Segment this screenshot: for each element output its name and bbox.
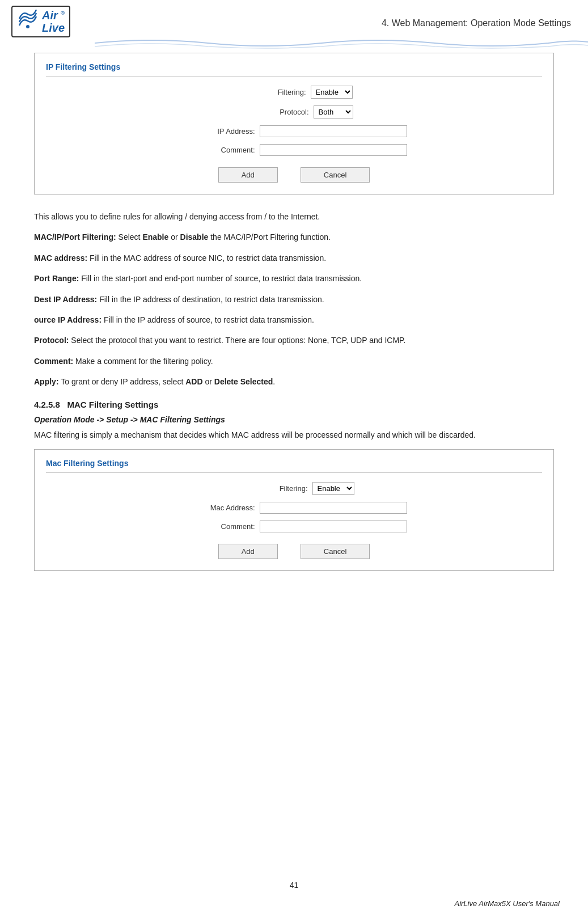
port-range-text: Fill in the start-port and end-port numb… <box>79 274 362 283</box>
ip-filtering-settings-box: IP Filtering Settings Filtering: Enable … <box>34 53 554 194</box>
ip-comment-input[interactable] <box>260 144 407 156</box>
ip-address-input[interactable] <box>260 125 407 137</box>
dest-ip-text: Fill in the IP address of destination, t… <box>97 295 324 304</box>
mac-ip-text: Select <box>116 232 143 242</box>
filtering-row: Filtering: Enable Disable <box>46 86 542 99</box>
mac-filtering-title: Mac Filtering Settings <box>46 459 542 473</box>
ip-cancel-button[interactable]: Cancel <box>301 167 370 183</box>
mac-ip-or: or <box>168 232 180 242</box>
mac-filtering-row: Filtering: Enable Disable <box>46 482 542 495</box>
logo-registered: ® <box>61 10 65 16</box>
ource-ip-label: ource IP Address: <box>34 315 101 324</box>
apply-paragraph: Apply: To grant or deny IP address, sele… <box>34 375 554 388</box>
logo-text: Air ® Live <box>42 9 65 34</box>
mac-address-label: MAC address: <box>34 253 87 263</box>
operation-mode-path: Operation Mode -> Setup -> MAC Filtering… <box>34 415 554 424</box>
mac-ip-enable: Enable <box>142 232 168 242</box>
filtering-select[interactable]: Enable Disable <box>311 86 353 99</box>
mac-comment-label: Comment: <box>181 522 255 531</box>
comment-desc-label: Comment: <box>34 357 73 366</box>
ip-add-button[interactable]: Add <box>218 167 278 183</box>
mac-comment-input[interactable] <box>260 521 407 532</box>
logo-area: Air ® Live <box>11 6 102 37</box>
mac-filtering-select[interactable]: Enable Disable <box>312 482 354 495</box>
protocol-label: Protocol: <box>235 108 309 116</box>
ource-ip-text: Fill in the IP address of source, to res… <box>101 315 314 324</box>
apply-or: or <box>203 377 214 386</box>
svg-point-0 <box>26 25 29 28</box>
mac-filtering-form: Filtering: Enable Disable Mac Address: C… <box>46 482 542 559</box>
apply-delete: Delete Selected <box>214 377 273 386</box>
apply-end: . <box>273 377 275 386</box>
ip-filtering-form: Filtering: Enable Disable Protocol: Both… <box>46 86 542 183</box>
intro-paragraph: This allows you to define rules for allo… <box>34 210 554 223</box>
ip-filtering-title: IP Filtering Settings <box>46 62 542 77</box>
intro-text: This allows you to define rules for allo… <box>34 212 320 221</box>
comment-desc-text: Make a comment for the filtering policy. <box>73 357 213 366</box>
mac-address-input-label: Mac Address: <box>181 504 255 512</box>
section-number: 4.2.5.8 <box>34 400 60 409</box>
mac-filtering-description: MAC filtering is simply a mechanism that… <box>34 429 554 441</box>
mac-address-paragraph: MAC address: Fill in the MAC address of … <box>34 252 554 264</box>
comment-desc-paragraph: Comment: Make a comment for the filterin… <box>34 355 554 367</box>
mac-ip-paragraph: MAC/IP/Port Filtering: Select Enable or … <box>34 231 554 243</box>
protocol-desc-label: Protocol: <box>34 336 69 345</box>
protocol-desc-text: Select the protocol that you want to res… <box>69 336 405 345</box>
protocol-desc-paragraph: Protocol: Select the protocol that you w… <box>34 334 554 346</box>
footer-page-number: 41 <box>290 881 299 890</box>
port-range-label: Port Range: <box>34 274 79 283</box>
ource-ip-paragraph: ource IP Address: Fill in the IP address… <box>34 314 554 326</box>
footer-brand: AirLive AirMax5X User's Manual <box>454 899 560 908</box>
filtering-label: Filtering: <box>232 88 306 96</box>
ip-filtering-buttons: Add Cancel <box>218 167 370 183</box>
page-header: Air ® Live 4. Web Management: Operation … <box>0 0 588 37</box>
header-wave-decoration <box>0 37 588 50</box>
port-range-paragraph: Port Range: Fill in the start-port and e… <box>34 272 554 285</box>
mac-cancel-button[interactable]: Cancel <box>301 544 370 559</box>
ip-address-row: IP Address: <box>46 125 542 137</box>
mac-ip-label: MAC/IP/Port Filtering: <box>34 232 116 242</box>
logo-box: Air ® Live <box>11 6 70 37</box>
section-heading: 4.2.5.8 MAC Filtering Settings <box>34 400 554 409</box>
mac-comment-row: Comment: <box>46 521 542 532</box>
ip-address-label: IP Address: <box>181 127 255 136</box>
protocol-select[interactable]: Both TCP UDP ICMP None <box>314 105 353 119</box>
protocol-row: Protocol: Both TCP UDP ICMP None <box>46 105 542 119</box>
logo-live: Live <box>42 22 65 34</box>
main-content: IP Filtering Settings Filtering: Enable … <box>0 53 588 598</box>
dest-ip-label: Dest IP Address: <box>34 295 97 304</box>
apply-text: To grant or deny IP address, select <box>59 377 186 386</box>
apply-label: Apply: <box>34 377 59 386</box>
mac-add-button[interactable]: Add <box>218 544 278 559</box>
logo-waves-icon <box>17 10 39 33</box>
apply-add: ADD <box>185 377 202 386</box>
ip-comment-row: Comment: <box>46 144 542 156</box>
section-title: MAC Filtering Settings <box>67 400 158 409</box>
mac-ip-rest: the MAC/IP/Port Filtering function. <box>208 232 331 242</box>
mac-filtering-buttons: Add Cancel <box>218 544 370 559</box>
dest-ip-paragraph: Dest IP Address: Fill in the IP address … <box>34 293 554 306</box>
mac-address-row: Mac Address: <box>46 502 542 514</box>
mac-ip-disable: Disable <box>180 232 209 242</box>
mac-address-input[interactable] <box>260 502 407 514</box>
mac-filtering-settings-box: Mac Filtering Settings Filtering: Enable… <box>34 449 554 571</box>
logo-air: Air ® <box>42 9 65 22</box>
header-title: 4. Web Management: Operation Mode Settin… <box>102 15 577 28</box>
mac-address-text: Fill in the MAC address of source NIC, t… <box>87 253 326 263</box>
mac-filtering-label: Filtering: <box>234 484 308 493</box>
ip-comment-label: Comment: <box>181 146 255 154</box>
